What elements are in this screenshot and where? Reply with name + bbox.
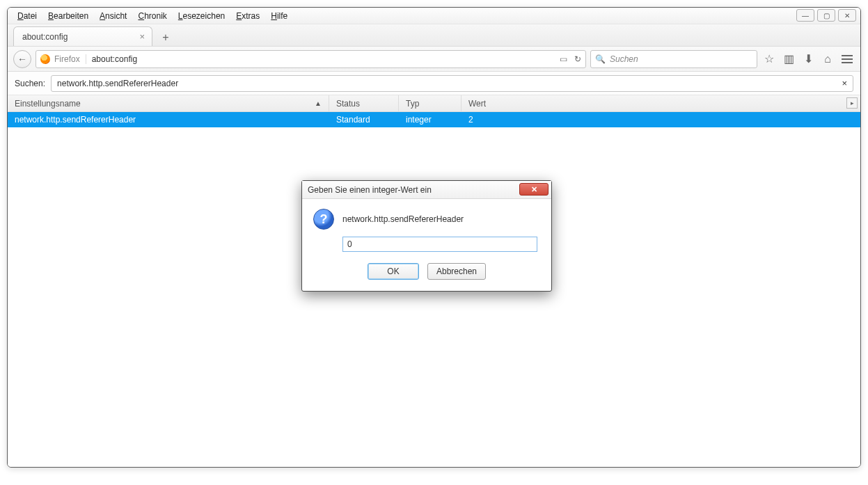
url-bar[interactable]: Firefox about:config ▭ ↻ <box>35 50 586 68</box>
cell-status: Standard <box>329 115 399 125</box>
back-arrow-icon: ← <box>17 54 27 65</box>
question-icon: ? <box>313 209 334 230</box>
sidebar-icon[interactable]: ▥ <box>781 51 796 67</box>
identity-label: Firefox <box>54 54 86 64</box>
ok-button-label: OK <box>387 267 399 276</box>
nav-toolbar: ← Firefox about:config ▭ ↻ 🔍 Suchen ☆ ▥ … <box>8 47 860 72</box>
tab-about-config[interactable]: about:config × <box>13 26 152 46</box>
dialog-titlebar[interactable]: Geben Sie einen integer-Wert ein ✕ <box>302 181 551 199</box>
reload-icon[interactable]: ↻ <box>574 54 581 64</box>
menu-history[interactable]: Chronik <box>132 10 172 22</box>
column-header-type[interactable]: Typ <box>399 95 461 111</box>
menu-file[interactable]: Datei <box>12 10 42 22</box>
column-header-name[interactable]: Einstellungsname ▲ <box>8 95 329 111</box>
dialog-title-text: Geben Sie einen integer-Wert ein <box>308 185 432 195</box>
column-header-status-label: Status <box>336 99 360 109</box>
url-text: about:config <box>92 54 137 64</box>
column-header-status[interactable]: Status <box>329 95 399 111</box>
config-content-area: Geben Sie einen integer-Wert ein ✕ ? net… <box>8 127 860 468</box>
menu-edit[interactable]: Bearbeiten <box>42 10 94 22</box>
reader-mode-icon[interactable]: ▭ <box>560 54 567 64</box>
home-icon[interactable]: ⌂ <box>820 51 835 67</box>
tab-title: about:config <box>22 32 68 42</box>
config-search-value: network.http.sendRefererHeader <box>57 79 178 88</box>
column-header-type-label: Typ <box>406 99 419 109</box>
column-header-name-label: Einstellungsname <box>15 99 81 109</box>
window-minimize-button[interactable]: ― <box>796 9 814 22</box>
firefox-icon <box>40 54 50 64</box>
config-search-label: Suchen: <box>15 79 45 88</box>
cancel-button[interactable]: Abbrechen <box>427 263 486 280</box>
new-tab-button[interactable]: + <box>157 29 175 46</box>
dialog-pref-name: network.http.sendRefererHeader <box>342 214 464 224</box>
column-picker-icon[interactable]: ▸ <box>846 97 858 109</box>
menu-view[interactable]: Ansicht <box>94 10 132 22</box>
window-close-button[interactable]: ✕ <box>838 9 856 22</box>
back-button[interactable]: ← <box>13 50 31 68</box>
window-maximize-button[interactable]: ▢ <box>817 9 835 22</box>
config-search-row: Suchen: network.http.sendRefererHeader × <box>8 72 860 95</box>
cell-value: 2 <box>461 115 860 125</box>
bookmark-star-icon[interactable]: ☆ <box>762 51 777 67</box>
browser-window: Datei Bearbeiten Ansicht Chronik Lesezei… <box>7 7 861 468</box>
clear-search-icon[interactable]: × <box>842 78 847 88</box>
close-icon: ✕ <box>531 185 537 194</box>
config-table-header: Einstellungsname ▲ Status Typ Wert ▸ <box>8 95 860 112</box>
menu-bar: Datei Bearbeiten Ansicht Chronik Lesezei… <box>8 8 860 24</box>
dialog-body: ? network.http.sendRefererHeader OK Abbr… <box>302 199 551 291</box>
cell-type: integer <box>399 115 461 125</box>
downloads-icon[interactable]: ⬇ <box>800 51 816 67</box>
dialog-close-button[interactable]: ✕ <box>519 183 549 196</box>
menu-button[interactable] <box>839 51 855 67</box>
tab-close-icon[interactable]: × <box>139 31 145 42</box>
column-header-value-label: Wert <box>468 99 486 109</box>
sort-asc-icon: ▲ <box>315 100 322 107</box>
column-header-value[interactable]: Wert <box>461 95 860 111</box>
search-placeholder: Suchen <box>610 54 638 64</box>
dialog-value-input[interactable] <box>342 237 537 252</box>
menu-help[interactable]: Hilfe <box>265 10 293 22</box>
ok-button[interactable]: OK <box>368 263 419 280</box>
integer-prompt-dialog: Geben Sie einen integer-Wert ein ✕ ? net… <box>301 180 552 292</box>
hamburger-icon <box>842 55 853 63</box>
search-box[interactable]: 🔍 Suchen <box>590 50 757 68</box>
cancel-button-label: Abbrechen <box>436 267 477 276</box>
menu-bookmarks[interactable]: Lesezeichen <box>173 10 230 22</box>
menu-extras[interactable]: Extras <box>230 10 265 22</box>
config-row-selected[interactable]: network.http.sendRefererHeader Standard … <box>8 112 860 127</box>
config-search-input[interactable]: network.http.sendRefererHeader × <box>51 75 853 92</box>
cell-name: network.http.sendRefererHeader <box>8 115 329 125</box>
search-icon: 🔍 <box>595 54 606 64</box>
tab-strip: about:config × + <box>8 24 860 47</box>
